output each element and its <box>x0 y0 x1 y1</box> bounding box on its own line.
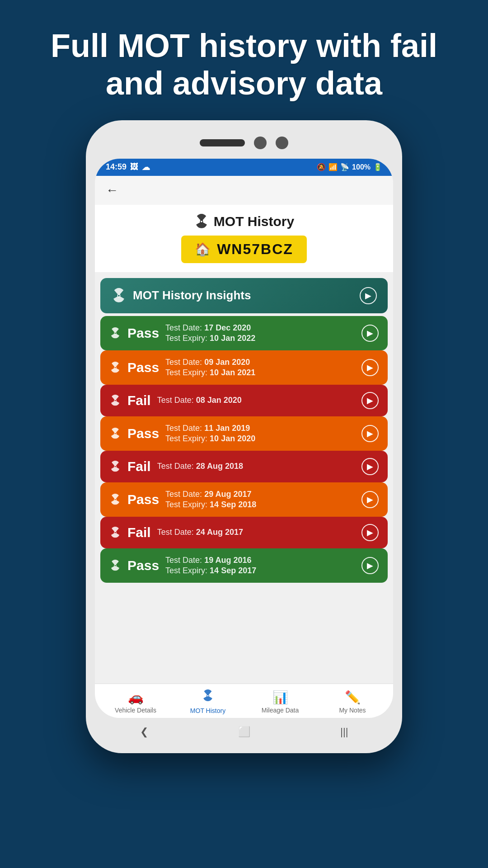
mot-card-left: Pass Test Date: 19 Aug 2016 Test Expiry:… <box>109 556 256 576</box>
mot-test-date: Test Date: 28 Aug 2018 <box>157 462 243 471</box>
mot-result-label: Pass <box>127 558 159 573</box>
status-time: 14:59 <box>106 162 127 172</box>
mot-record-card[interactable]: Fail Test Date: 28 Aug 2018 ▶ <box>100 451 388 482</box>
plate-text: WN57BCZ <box>217 241 293 258</box>
mot-card-left: Fail Test Date: 24 Aug 2017 <box>109 525 243 540</box>
mot-test-date: Test Date: 29 Aug 2017 <box>165 490 256 499</box>
plate-badge: 🏠 WN57BCZ <box>181 236 307 263</box>
mot-record-icon <box>109 560 121 571</box>
mot-card-arrow: ▶ <box>361 557 379 574</box>
back-bar: ← <box>95 176 393 205</box>
back-button[interactable]: ← <box>106 183 118 198</box>
mot-record-card[interactable]: Pass Test Date: 09 Jan 2020 Test Expiry:… <box>100 350 388 385</box>
phone-notch <box>95 129 393 156</box>
phone-camera-1 <box>254 137 267 149</box>
mot-record-icon <box>109 461 121 472</box>
status-cloud-icon: ☁ <box>142 162 150 172</box>
nav-label: Mileage Data <box>262 707 299 714</box>
mot-test-date: Test Date: 11 Jan 2019 <box>165 424 255 433</box>
content-area: MOT History Insights ▶ Pass Test Date: 1… <box>95 273 393 684</box>
mot-record-card[interactable]: Pass Test Date: 17 Dec 2020 Test Expiry:… <box>100 316 388 350</box>
nav-gesture-recent[interactable]: ||| <box>331 723 357 741</box>
mot-record-icon <box>109 327 121 339</box>
mot-card-arrow: ▶ <box>361 392 379 409</box>
status-bar: 14:59 🖼 ☁ 🔕 📶 📡 100% 🔋 <box>95 159 393 176</box>
mot-result-label: Fail <box>127 459 151 474</box>
nav-item-vehicle-details[interactable]: 🚗 Vehicle Details <box>113 690 158 714</box>
mot-records-list: Pass Test Date: 17 Dec 2020 Test Expiry:… <box>100 316 388 583</box>
nav-label: Vehicle Details <box>115 707 156 714</box>
svg-point-7 <box>114 367 116 368</box>
mot-title-icon <box>194 214 209 229</box>
mot-record-icon <box>109 428 121 439</box>
svg-point-9 <box>114 400 116 401</box>
insights-icon <box>111 288 127 303</box>
mot-record-card[interactable]: Fail Test Date: 08 Jan 2020 ▶ <box>100 385 388 416</box>
insights-card[interactable]: MOT History Insights ▶ <box>100 278 388 313</box>
phone-bottom-bar: ❮ ⬜ ||| <box>95 718 393 744</box>
mot-record-icon <box>109 527 121 538</box>
mot-dates: Test Date: 11 Jan 2019 Test Expiry: 10 J… <box>165 424 255 443</box>
bottom-nav: 🚗 Vehicle Details MOT History 📊 Mileage … <box>95 684 393 718</box>
status-image-icon: 🖼 <box>130 162 138 172</box>
nav-icon-pencil: ✏️ <box>345 690 361 705</box>
nav-gesture-back[interactable]: ❮ <box>131 723 157 741</box>
svg-point-17 <box>114 532 116 533</box>
status-wifi-icon: 📶 <box>328 163 338 171</box>
page-title-text: MOT History <box>214 214 294 229</box>
mot-card-arrow: ▶ <box>361 359 379 376</box>
insights-label: MOT History Insights <box>133 288 251 302</box>
nav-label: MOT History <box>190 707 225 714</box>
mot-expiry-date: Test Expiry: 14 Sep 2018 <box>165 500 256 509</box>
headline: Full MOT history with fail and advisory … <box>0 0 488 120</box>
svg-point-19 <box>114 565 116 566</box>
svg-point-3 <box>118 295 120 297</box>
mot-card-arrow: ▶ <box>361 425 379 442</box>
mot-dates: Test Date: 19 Aug 2016 Test Expiry: 14 S… <box>165 556 256 576</box>
phone-speaker <box>200 139 245 146</box>
mot-record-card[interactable]: Pass Test Date: 11 Jan 2019 Test Expiry:… <box>100 416 388 451</box>
mot-card-arrow: ▶ <box>361 524 379 541</box>
nav-item-mileage-data[interactable]: 📊 Mileage Data <box>258 690 303 714</box>
nav-icon-radiation <box>202 689 214 705</box>
mot-record-card[interactable]: Pass Test Date: 19 Aug 2016 Test Expiry:… <box>100 548 388 583</box>
nav-gesture-home[interactable]: ⬜ <box>229 723 259 741</box>
mot-result-label: Pass <box>127 360 159 375</box>
nav-item-my-notes[interactable]: ✏️ My Notes <box>330 690 375 714</box>
mot-record-icon <box>109 395 121 406</box>
phone-frame: 14:59 🖼 ☁ 🔕 📶 📡 100% 🔋 ← <box>86 120 402 753</box>
phone-camera-2 <box>276 137 288 149</box>
nav-icon-chart: 📊 <box>272 690 288 705</box>
mot-result-label: Fail <box>127 393 151 408</box>
mot-dates: Test Date: 08 Jan 2020 <box>157 396 242 405</box>
mot-card-left: Fail Test Date: 28 Aug 2018 <box>109 459 243 474</box>
mot-expiry-date: Test Expiry: 10 Jan 2022 <box>165 334 255 343</box>
mot-record-card[interactable]: Fail Test Date: 24 Aug 2017 ▶ <box>100 517 388 548</box>
mot-card-left: Pass Test Date: 17 Dec 2020 Test Expiry:… <box>109 323 255 343</box>
mot-card-left: Pass Test Date: 29 Aug 2017 Test Expiry:… <box>109 490 256 509</box>
garage-icon: 🏠 <box>195 242 211 257</box>
mot-expiry-date: Test Expiry: 10 Jan 2021 <box>165 368 255 377</box>
mot-dates: Test Date: 28 Aug 2018 <box>157 462 243 471</box>
svg-point-11 <box>114 433 116 434</box>
status-signal-icon: 📡 <box>340 163 349 171</box>
svg-point-5 <box>114 332 116 334</box>
page-header: MOT History 🏠 WN57BCZ <box>95 205 393 273</box>
status-battery-icon: 🔋 <box>373 163 382 171</box>
nav-item-mot-history[interactable]: MOT History <box>185 689 230 714</box>
mot-result-label: Pass <box>127 492 159 507</box>
nav-label: My Notes <box>339 707 366 714</box>
mot-dates: Test Date: 29 Aug 2017 Test Expiry: 14 S… <box>165 490 256 509</box>
mot-card-arrow: ▶ <box>361 325 379 342</box>
mot-record-card[interactable]: Pass Test Date: 29 Aug 2017 Test Expiry:… <box>100 482 388 517</box>
mot-test-date: Test Date: 09 Jan 2020 <box>165 358 255 367</box>
mot-test-date: Test Date: 17 Dec 2020 <box>165 323 255 333</box>
status-mute-icon: 🔕 <box>317 163 326 171</box>
mot-card-left: Pass Test Date: 09 Jan 2020 Test Expiry:… <box>109 358 255 377</box>
mot-result-label: Fail <box>127 525 151 540</box>
mot-result-label: Pass <box>127 326 159 341</box>
mot-record-icon <box>109 362 121 373</box>
mot-card-arrow: ▶ <box>361 458 379 475</box>
insights-arrow: ▶ <box>360 287 377 304</box>
mot-dates: Test Date: 09 Jan 2020 Test Expiry: 10 J… <box>165 358 255 377</box>
